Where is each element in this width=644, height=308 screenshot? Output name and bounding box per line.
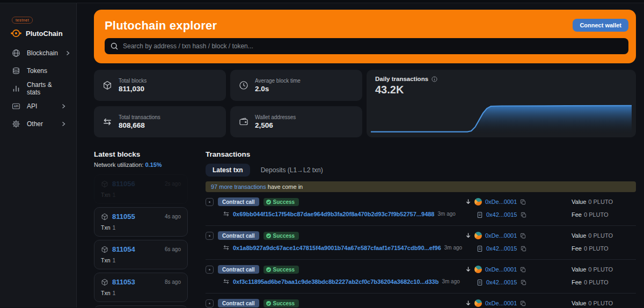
search-input[interactable] [123,42,623,50]
new-transactions-alert: 97 more transactions have come in [206,181,636,192]
txn-label: Txn [101,224,111,231]
tab-latest-txn[interactable]: Latest txn [206,164,250,177]
to-address-link[interactable]: 0x42...0015 [486,211,517,218]
stat-label: Average block time [255,78,301,84]
block-txn-count[interactable]: 1 [113,192,116,198]
api-icon: API [12,102,20,111]
testnet-badge: testnet [12,17,33,24]
sidebar-item-api[interactable]: API API [0,97,76,115]
network-utilization-label: Network utilization: [94,162,143,168]
search-icon [111,42,118,50]
txn-age: 3m ago [442,278,459,284]
txn-success-badge: Success [264,266,299,274]
copy-icon[interactable] [520,300,526,306]
copy-icon[interactable] [521,280,526,285]
block-card: 811055 4s ago Txn1 [94,207,188,237]
block-txn-count[interactable]: 1 [113,224,116,231]
to-address-link[interactable]: 0x42...0015 [486,245,517,252]
stat-value: 808,668 [119,121,160,129]
info-icon[interactable] [431,76,437,82]
daily-transactions-value: 43.2K [375,84,627,96]
txn-value: 0 PLUTO [588,199,613,205]
sidebar-item-label: Other [27,120,43,128]
txn-success-badge: Success [264,232,299,240]
txn-status-icon[interactable] [206,198,214,206]
sidebar-item-label: API [27,102,37,110]
txn-label: Txn [101,257,111,263]
transaction-row: Contract call Success 0x69bb044f15c17f54… [206,192,636,226]
txn-status-icon[interactable] [206,299,214,307]
transaction-row: Contract call Success 0xf3c11895ad6be7ba… [206,260,636,294]
search-bar[interactable] [105,38,628,54]
network-utilization-value: 0.15% [145,162,162,168]
block-card: 811056 2s ago Txn1 [94,174,188,204]
stat-wallet-addresses: Wallet addresses 2,506 [230,106,362,137]
sidebar-item-tokens[interactable]: Tokens [0,62,76,79]
from-address-link[interactable]: 0xDe...0001 [485,199,517,205]
copy-icon[interactable] [520,199,526,205]
fee-label: Fee [572,211,582,218]
copy-icon[interactable] [521,212,526,218]
from-address-link[interactable]: 0xDe...0001 [485,266,517,273]
daily-transactions-label: Daily transactions [375,76,428,82]
block-number-link[interactable]: 811054 [112,245,135,253]
from-address-avatar [474,232,482,239]
from-address-link[interactable]: 0xDe...0001 [485,300,517,306]
txn-hash-link[interactable]: 0x1a8b927a9dc67ace1c47815f4a9001b74a67e5… [233,245,441,251]
swap-icon [223,210,230,217]
from-address-avatar [474,299,482,307]
txn-type-badge: Contract call [218,197,259,206]
block-age: 4s ago [165,214,181,219]
connect-wallet-button[interactable]: Connect wallet [573,19,628,32]
txn-status-icon[interactable] [206,266,214,274]
copy-icon[interactable] [521,246,526,252]
svg-text:API: API [14,105,19,108]
txn-hash-link[interactable]: 0x69bb044f15c17f54bc87dae964d9b3fa20f8a4… [233,211,435,217]
copy-icon[interactable] [520,267,526,273]
block-card: 811052 Txn1 [94,305,188,307]
value-label: Value [572,266,586,273]
tab-deposits[interactable]: Deposits (L1→L2 txn) [255,164,328,177]
transactions-tabs: Latest txn Deposits (L1→L2 txn) [206,164,636,177]
block-number-link[interactable]: 811055 [112,212,135,221]
block-number-link[interactable]: 811056 [112,180,135,188]
block-card: 811053 8s ago Txn1 [94,273,188,302]
stat-value: 2.0s [255,85,301,93]
stat-average-block-time: Average block time 2.0s [230,70,362,101]
txn-success-badge: Success [264,299,299,307]
stat-value: 2,506 [255,121,296,129]
swap-icon [223,278,230,285]
sidebar-nav: Blockchain Tokens Charts & stats [0,44,76,133]
main-content: Plutochain explorer Connect wallet Total… [77,3,644,307]
txn-success-badge: Success [264,198,299,206]
block-txn-count[interactable]: 1 [113,290,116,296]
copy-icon[interactable] [520,233,526,239]
transactions-panel: Transactions Latest txn Deposits (L1→L2 … [206,150,636,307]
txn-fee: 0 PLUTO [584,279,609,285]
brand[interactable]: PlutoChain [11,28,76,39]
clock-icon [239,80,248,90]
txn-status-icon[interactable] [206,232,214,240]
from-address-link[interactable]: 0xDe...0001 [485,232,517,239]
sidebar-item-charts-stats[interactable]: Charts & stats [0,79,76,97]
from-address-avatar [474,198,482,206]
block-txn-count[interactable]: 1 [113,257,116,263]
stat-label: Total transactions [119,114,160,120]
more-transactions-link[interactable]: 97 more transactions [211,184,266,190]
transaction-row: Contract call Success 0xb8a14330366c113b… [206,294,636,307]
txn-type-badge: Contract call [218,299,259,307]
txn-value: 0 PLUTO [588,266,613,273]
block-age: 6s ago [165,246,181,252]
chevron-right-icon [60,103,67,109]
txn-age: 3m ago [444,245,462,251]
cube-icon [101,278,108,286]
to-address-link[interactable]: 0x42...0015 [486,279,517,285]
contract-icon [477,245,483,252]
hero-banner: Plutochain explorer Connect wallet [94,10,636,63]
txn-hash-link[interactable]: 0xf3c11895ad6be7baa1c9de38bdc8b2227ab2cf… [233,278,438,285]
txn-value: 0 PLUTO [588,300,613,306]
block-number-link[interactable]: 811053 [112,278,135,286]
sidebar-item-blockchain[interactable]: Blockchain [0,44,76,62]
value-label: Value [572,199,586,205]
sidebar-item-other[interactable]: Other [0,115,76,133]
